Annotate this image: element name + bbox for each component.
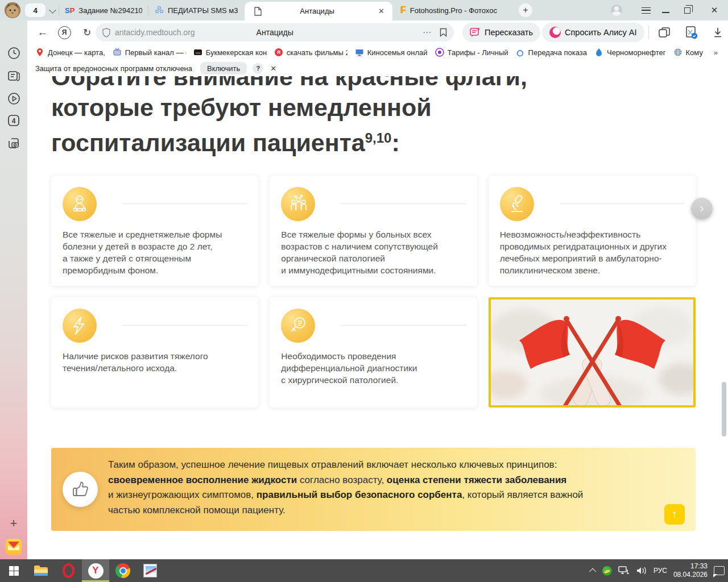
bookmark-tariffs[interactable]: Тарифы - Личный <box>435 48 508 57</box>
bookmark-komu[interactable]: Кому <box>673 48 703 57</box>
start-button[interactable] <box>0 559 27 582</box>
hidden-icons-chevron[interactable] <box>589 568 597 575</box>
chrome-button[interactable] <box>109 559 136 582</box>
yandex-browser-button-active[interactable]: Y <box>82 559 109 582</box>
tab-antacids-active[interactable]: Антациды ✕ <box>245 2 392 20</box>
enable-protection-button[interactable]: Включить <box>200 62 247 74</box>
speaker-icon[interactable] <box>636 566 647 575</box>
add-panel-button[interactable]: + <box>0 516 27 531</box>
panels-icon <box>659 27 670 38</box>
card-divider-line <box>122 203 247 204</box>
opera-icon <box>63 563 75 578</box>
retell-label: Пересказать <box>485 28 533 37</box>
bookmark-kinosemya[interactable]: Киносемья онлай <box>355 48 428 57</box>
bookmark-films[interactable]: Я скачать фильмы 2 <box>274 48 348 57</box>
history-button[interactable] <box>0 47 27 60</box>
page-favicon <box>254 7 262 16</box>
tab-pediatry[interactable]: ПЕДИАТРЫ SMS м3 <box>150 0 242 20</box>
chrome-icon <box>115 563 130 578</box>
page-title: Обратите внимание на красные флаги, кото… <box>51 76 620 158</box>
card-divider-line <box>122 325 247 326</box>
tab-label: Fotohosting.Pro - Фотохос <box>410 6 497 15</box>
tabs-badge-icon: 4 <box>7 114 20 127</box>
minimize-icon <box>662 12 669 13</box>
action-center-icon[interactable] <box>714 566 725 575</box>
bookmark-flag-icon[interactable] <box>440 28 447 37</box>
video-button[interactable] <box>0 92 27 105</box>
retell-ai-button[interactable]: Пересказать <box>462 23 540 42</box>
bookmark-bookmaker[interactable]: ww Букмекерская кон <box>193 48 267 57</box>
date-text: 08.04.2026 <box>673 571 708 579</box>
browser-side-panel: 4 + ⋯ <box>0 20 27 559</box>
language-indicator[interactable]: РУС <box>653 567 667 575</box>
reload-button[interactable]: ↻ <box>78 20 96 44</box>
window-minimize-button[interactable] <box>655 0 676 20</box>
side-panels-button[interactable] <box>654 20 675 44</box>
bookmark-channel-one[interactable]: Первый канал — о <box>113 48 186 57</box>
screenshot-button[interactable] <box>0 136 27 150</box>
tab-divider <box>148 5 148 15</box>
browser-menu-button[interactable] <box>636 0 656 20</box>
news-feed-icon <box>7 69 20 82</box>
new-tab-button[interactable]: + <box>519 3 532 17</box>
browser-profile-button[interactable] <box>606 0 627 20</box>
yandex-home-button[interactable]: Я <box>56 20 73 44</box>
svg-text:4: 4 <box>12 117 16 125</box>
bookmark-meter-readings[interactable]: Передача показа <box>516 48 587 57</box>
yandex-logo-icon: Я <box>58 26 71 39</box>
window-restore-button[interactable] <box>677 0 697 20</box>
page-scrollbar-thumb[interactable] <box>722 382 726 436</box>
card-divider-line <box>341 203 465 204</box>
tab-list-chevron-icon[interactable] <box>49 6 56 14</box>
user-avatar-icon <box>611 5 622 16</box>
warning-close-icon[interactable]: ✕ <box>270 64 276 73</box>
carousel-next-button[interactable]: › <box>691 198 713 219</box>
tab-counter-badge[interactable]: 4 <box>25 3 46 17</box>
address-more-icon[interactable]: ⋯ <box>423 27 432 38</box>
tab-close-icon[interactable]: ✕ <box>378 7 384 15</box>
knot-icon <box>516 48 525 57</box>
paint-icon <box>143 564 157 577</box>
thumbs-up-icon <box>63 472 98 507</box>
tab-fotohosting[interactable]: F Fotohosting.Pro - Фотохос <box>396 0 512 20</box>
bookmarks-overflow-chevron[interactable]: » <box>714 48 718 57</box>
card-text: Все тяжелые и среднетяжелые формы болезн… <box>63 228 247 276</box>
bookmark-label: Донецк — карта, <box>48 48 105 57</box>
download-icon <box>713 27 723 38</box>
shield-icon <box>102 28 110 38</box>
yandex-mail-button[interactable] <box>0 539 27 555</box>
downloads-button[interactable] <box>708 20 728 44</box>
bookmark-donetsk[interactable]: Донецк — карта, <box>35 48 105 57</box>
tab-label: Антациды <box>300 7 334 15</box>
translate-page-button[interactable] <box>681 20 702 44</box>
bookmark-label: Букмекерская кон <box>206 48 267 57</box>
tab-task[interactable]: SP Задание №2942101 - про <box>60 0 147 20</box>
profile-avatar[interactable] <box>5 2 20 18</box>
back-button[interactable]: ← <box>34 20 51 44</box>
ask-alice-button[interactable]: Спросить Алису AI <box>542 23 644 42</box>
retell-icon <box>470 27 481 38</box>
svg-text:ww: ww <box>195 51 200 55</box>
file-explorer-button[interactable] <box>27 559 55 582</box>
help-icon[interactable]: ? <box>253 63 263 74</box>
clock[interactable]: 17:33 08.04.2026 <box>673 562 708 579</box>
paint-button[interactable] <box>136 559 164 582</box>
opera-button[interactable] <box>55 559 82 582</box>
bookmark-label: Передача показа <box>528 48 587 57</box>
purple-circle-icon <box>435 48 444 57</box>
tab-label: Задание №2942101 - про <box>78 6 142 15</box>
window-close-button[interactable]: ✕ <box>704 0 725 20</box>
summary-banner: Таким образом, успешное лечение пищевых … <box>51 448 696 531</box>
arrow-up-icon: ↑ <box>672 508 677 521</box>
web-page-content: Обратите внимание на красные флаги, кото… <box>27 76 722 559</box>
network-icon[interactable] <box>618 566 630 575</box>
tabs-panel-button[interactable]: 4 <box>0 114 27 127</box>
antivirus-tray-icon[interactable] <box>602 566 612 576</box>
bookmark-chernomorneftegaz[interactable]: Черноморнефтег <box>594 48 666 57</box>
address-bar[interactable]: antacidy.medtouch.org Антациды ⋯ <box>96 23 454 41</box>
warning-text: Защита от вредоносных программ отключена <box>35 64 192 73</box>
scroll-to-top-button[interactable]: ↑ <box>664 504 685 525</box>
clock-icon <box>7 47 20 60</box>
heading-line-2: которые требуют немедленной <box>51 92 620 123</box>
feed-button[interactable] <box>0 69 27 82</box>
